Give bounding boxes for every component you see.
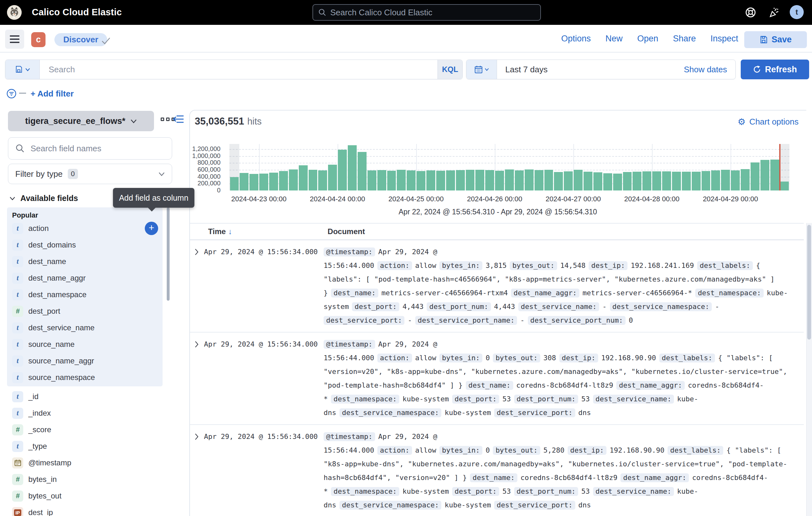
- histogram-bar[interactable]: [436, 171, 445, 190]
- histogram-bar[interactable]: [426, 170, 435, 190]
- histogram-bar[interactable]: [446, 170, 455, 190]
- histogram-bar[interactable]: [525, 169, 533, 190]
- histogram-bar[interactable]: [466, 170, 475, 190]
- histogram-bar[interactable]: [230, 177, 239, 190]
- expand-row-button[interactable]: [190, 430, 204, 512]
- histogram-bar[interactable]: [456, 170, 465, 190]
- field-item-dest_namespace[interactable]: tdest_namespace: [7, 287, 163, 303]
- index-pattern-selector[interactable]: tigera_secure_ee_flows*: [8, 111, 154, 131]
- histogram-bar[interactable]: [338, 150, 347, 190]
- table-scrollbar-thumb[interactable]: [807, 225, 811, 340]
- expand-row-button[interactable]: [190, 337, 204, 419]
- histogram-bar[interactable]: [692, 172, 701, 190]
- show-dates-link[interactable]: Show dates: [684, 65, 727, 75]
- histogram-bar[interactable]: [741, 169, 750, 190]
- histogram-bar[interactable]: [250, 174, 258, 190]
- histogram-bar[interactable]: [721, 170, 730, 190]
- help-button[interactable]: [745, 6, 757, 19]
- news-button[interactable]: [768, 6, 780, 19]
- histogram-bar[interactable]: [279, 171, 288, 190]
- date-quick-menu[interactable]: [466, 60, 497, 79]
- histogram-bar[interactable]: [475, 170, 484, 190]
- histogram-bar[interactable]: [623, 172, 632, 190]
- histogram-bar[interactable]: [544, 170, 553, 190]
- filter-by-type-dropdown[interactable]: Filter by type 0: [8, 164, 172, 184]
- histogram-bar[interactable]: [534, 170, 544, 190]
- field-item-_id[interactable]: t_id: [7, 388, 163, 405]
- histogram-bar[interactable]: [672, 172, 681, 190]
- histogram-bar[interactable]: [760, 160, 770, 190]
- histogram-bar[interactable]: [348, 145, 357, 190]
- histogram-bar[interactable]: [299, 165, 308, 190]
- query-bar[interactable]: Search KQL: [5, 59, 463, 79]
- space-badge[interactable]: c: [31, 32, 46, 47]
- histogram-bar[interactable]: [633, 172, 641, 190]
- histogram-bar[interactable]: [613, 173, 622, 190]
- histogram-bar[interactable]: [770, 160, 779, 190]
- field-item-dest_name_aggr[interactable]: tdest_name_aggr: [7, 270, 163, 287]
- field-item-dest_service_name[interactable]: tdest_service_name: [7, 320, 163, 336]
- histogram-bar[interactable]: [574, 170, 583, 190]
- available-fields-header[interactable]: Available fields: [9, 194, 78, 203]
- add-filter-link[interactable]: + Add filter: [31, 89, 74, 99]
- app-logo[interactable]: [7, 5, 22, 20]
- field-item-dest_domains[interactable]: tdest_domains: [7, 237, 163, 253]
- saved-query-menu[interactable]: [5, 60, 40, 79]
- breadcrumb-discover[interactable]: Discover: [54, 33, 107, 46]
- histogram-bar[interactable]: [387, 171, 396, 190]
- sort-descending-icon[interactable]: ↓: [228, 227, 232, 236]
- date-picker[interactable]: Last 7 days Show dates: [466, 59, 736, 79]
- histogram-bar[interactable]: [240, 173, 249, 190]
- histogram-bar[interactable]: [682, 172, 691, 190]
- time-column-header[interactable]: Time: [208, 227, 226, 236]
- histogram-bar[interactable]: [603, 173, 612, 190]
- histogram-bar[interactable]: [652, 171, 661, 190]
- histogram-bar[interactable]: [416, 171, 426, 190]
- histogram-bar[interactable]: [289, 169, 298, 190]
- field-item-action[interactable]: taction+: [7, 220, 163, 237]
- user-avatar[interactable]: t: [790, 5, 804, 19]
- histogram-bar[interactable]: [485, 170, 494, 190]
- field-item-@timestamp[interactable]: @timestamp: [7, 455, 163, 471]
- nav-link-new[interactable]: New: [606, 34, 623, 44]
- field-item-dest_port[interactable]: #dest_port: [7, 303, 163, 320]
- histogram-bar[interactable]: [662, 171, 671, 190]
- histogram-bar[interactable]: [515, 170, 524, 190]
- histogram-bar[interactable]: [407, 170, 415, 190]
- menu-button[interactable]: [5, 30, 24, 49]
- histogram-bar[interactable]: [564, 171, 573, 190]
- histogram-bar[interactable]: [731, 170, 740, 190]
- histogram-bar[interactable]: [328, 165, 337, 190]
- histogram-bar[interactable]: [318, 170, 327, 190]
- field-item-_score[interactable]: #_score: [7, 422, 163, 438]
- histogram-bar[interactable]: [584, 172, 592, 190]
- save-button[interactable]: Save: [744, 31, 807, 48]
- histogram-bar[interactable]: [358, 152, 367, 190]
- histogram-bar[interactable]: [495, 171, 504, 190]
- nav-link-options[interactable]: Options: [561, 34, 591, 44]
- field-item-bytes_out[interactable]: #bytes_out: [7, 488, 163, 504]
- field-item-_type[interactable]: t_type: [7, 438, 163, 455]
- nav-link-open[interactable]: Open: [637, 34, 658, 44]
- field-item-source_namespace[interactable]: tsource_namespace: [7, 369, 163, 386]
- field-item-_index[interactable]: t_index: [7, 405, 163, 422]
- field-item-bytes_in[interactable]: #bytes_in: [7, 471, 163, 488]
- histogram-bar[interactable]: [368, 170, 376, 190]
- histogram-bar[interactable]: [554, 172, 563, 190]
- field-search-input[interactable]: Search field names: [8, 137, 172, 160]
- histogram-bar[interactable]: [642, 171, 651, 190]
- histogram-bar[interactable]: [702, 171, 710, 190]
- nav-link-share[interactable]: Share: [673, 34, 696, 44]
- histogram-bar[interactable]: [269, 173, 278, 190]
- histogram-bar[interactable]: [397, 170, 406, 190]
- sidebar-scrollbar[interactable]: [167, 207, 170, 301]
- histogram-bar[interactable]: [593, 172, 602, 190]
- histogram-bar[interactable]: [505, 169, 514, 190]
- histogram-bar[interactable]: [751, 162, 759, 190]
- filter-icon[interactable]: [6, 88, 17, 99]
- collapse-sidebar-icon[interactable]: [173, 115, 184, 124]
- field-item-source_name[interactable]: tsource_name: [7, 336, 163, 353]
- add-field-as-column-button[interactable]: +: [145, 222, 158, 235]
- histogram-bar[interactable]: [309, 170, 318, 190]
- field-item-dest_name[interactable]: tdest_name: [7, 253, 163, 270]
